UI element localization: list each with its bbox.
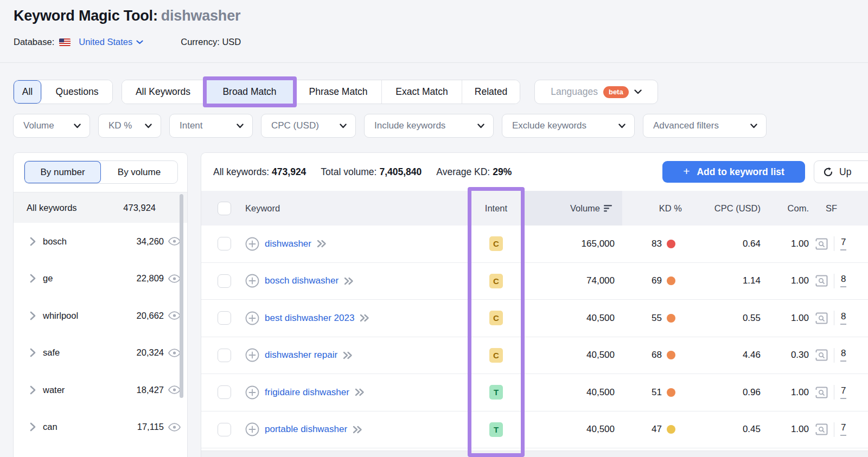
serp-features-icon[interactable] (815, 423, 828, 435)
serp-features-icon[interactable] (815, 238, 828, 250)
tab-exact-match[interactable]: Exact Match (382, 80, 462, 104)
sf-count[interactable]: 8 (840, 274, 846, 287)
serp-features-icon[interactable] (815, 312, 828, 324)
sf-count[interactable]: 8 (840, 349, 846, 362)
tab-all-keywords[interactable]: All Keywords (122, 80, 205, 104)
eye-icon[interactable] (168, 385, 181, 394)
all-keywords-label: All keywords (27, 203, 77, 213)
keyword-link[interactable]: dishwasher repair (265, 350, 337, 361)
filter-dropdown[interactable]: Intent (169, 114, 253, 138)
keyword-link[interactable]: dishwasher (265, 239, 311, 249)
filter-dropdown[interactable]: Include keywords (364, 114, 494, 138)
plus-circle-icon[interactable] (245, 385, 259, 400)
double-chevron-right-icon[interactable] (353, 426, 363, 434)
intent-badge: C (489, 274, 503, 288)
double-chevron-right-icon[interactable] (343, 351, 353, 359)
plus-circle-icon[interactable] (245, 237, 259, 251)
eye-icon[interactable] (168, 237, 181, 246)
sidebar-scrollbar[interactable] (180, 194, 183, 398)
tab-broad-match[interactable]: Broad Match (205, 80, 295, 104)
chevron-down-icon (237, 124, 244, 128)
keyword-link[interactable]: frigidaire dishwasher (265, 387, 349, 398)
double-chevron-right-icon[interactable] (317, 240, 327, 248)
tab-all[interactable]: All (14, 80, 42, 104)
plus-circle-icon[interactable] (245, 274, 259, 288)
column-header-sf[interactable]: SF (811, 191, 868, 226)
list-item[interactable]: can 17,115 (14, 409, 187, 446)
by-number-toggle[interactable]: By number (24, 161, 101, 183)
group-label: bosch (43, 236, 67, 247)
database-selector[interactable]: United States (59, 37, 143, 47)
by-volume-toggle[interactable]: By volume (101, 161, 177, 183)
list-item[interactable]: water 18,427 (14, 371, 187, 409)
column-header-intent[interactable]: Intent (468, 191, 525, 226)
row-checkbox[interactable] (218, 274, 231, 288)
keyword-link[interactable]: best dishwasher 2023 (265, 313, 354, 324)
table-row: portable dishwasher T 40,500 47 0.45 1.0… (201, 411, 868, 449)
list-item[interactable]: ge 22,809 (14, 260, 187, 298)
kd-value: 68 (652, 350, 662, 361)
chevron-down-icon (340, 124, 347, 128)
group-list: bosch 34,260 ge 22,809 whirlpool 20,662 … (14, 223, 187, 446)
select-all-checkbox[interactable] (218, 202, 231, 215)
tab-related[interactable]: Related (462, 80, 520, 104)
intent-badge: C (489, 311, 503, 325)
column-header-com[interactable]: Com. (765, 191, 811, 226)
plus-circle-icon[interactable] (245, 311, 259, 325)
chevron-down-icon (618, 124, 626, 128)
filter-dropdown[interactable]: KD % (98, 114, 161, 138)
list-item[interactable]: bosch 34,260 (14, 223, 187, 260)
chevron-right-icon (30, 422, 36, 432)
chevron-right-icon (30, 385, 36, 395)
sf-divider (834, 311, 834, 325)
double-chevron-right-icon[interactable] (344, 277, 354, 285)
sf-count[interactable]: 7 (840, 423, 846, 436)
tab-phrase-match[interactable]: Phrase Match (295, 80, 382, 104)
plus-icon: + (683, 165, 690, 178)
column-header-keyword[interactable]: Keyword (235, 191, 468, 226)
eye-icon[interactable] (168, 423, 181, 432)
row-checkbox[interactable] (218, 311, 231, 325)
table-header: Keyword Intent Volume KD % CPC (USD) Com… (201, 191, 868, 226)
cpc-value: 0.96 (686, 374, 765, 411)
plus-circle-icon[interactable] (245, 348, 259, 362)
keyword-link[interactable]: portable dishwasher (265, 424, 347, 435)
row-checkbox[interactable] (218, 237, 231, 250)
languages-dropdown[interactable]: Languages beta (534, 80, 658, 104)
all-keywords-row[interactable]: All keywords 473,924 (14, 192, 187, 223)
table-row: frigidaire dishwasher T 40,500 51 0.96 1… (201, 374, 868, 411)
update-button[interactable]: Up (814, 160, 868, 183)
sf-divider (834, 236, 834, 251)
row-checkbox[interactable] (218, 349, 231, 362)
eye-icon[interactable] (168, 274, 181, 283)
sf-count[interactable]: 8 (840, 312, 846, 325)
row-checkbox[interactable] (218, 423, 231, 436)
sf-count[interactable]: 7 (840, 386, 846, 399)
filter-dropdown[interactable]: Exclude keywords (502, 114, 635, 138)
sf-count[interactable]: 7 (840, 237, 846, 250)
list-item[interactable]: whirlpool 20,662 (14, 297, 187, 334)
column-header-kd[interactable]: KD % (622, 191, 686, 226)
serp-features-icon[interactable] (815, 387, 828, 398)
eye-icon[interactable] (168, 311, 181, 320)
double-chevron-right-icon[interactable] (360, 314, 370, 322)
column-header-cpc[interactable]: CPC (USD) (686, 191, 765, 226)
tab-questions[interactable]: Questions (42, 80, 112, 104)
column-header-volume[interactable]: Volume (525, 191, 622, 226)
group-count: 17,115 (137, 422, 164, 432)
filter-dropdown[interactable]: Advanced filters (643, 114, 767, 138)
group-label: whirlpool (43, 311, 78, 321)
filter-dropdown[interactable]: CPC (USD) (261, 114, 356, 138)
eye-icon[interactable] (168, 349, 181, 357)
add-to-keyword-list-button[interactable]: + Add to keyword list (662, 161, 805, 183)
serp-features-icon[interactable] (815, 275, 828, 287)
results-table-card: All keywords:473,924 Total volume:7,405,… (201, 152, 868, 457)
filter-dropdown[interactable]: Volume (13, 114, 90, 138)
list-item[interactable]: safe 20,324 (14, 334, 187, 372)
serp-features-icon[interactable] (815, 349, 828, 361)
row-checkbox[interactable] (218, 385, 231, 399)
volume-value: 40,500 (525, 300, 622, 337)
keyword-link[interactable]: bosch dishwasher (265, 275, 339, 286)
plus-circle-icon[interactable] (245, 422, 259, 436)
double-chevron-right-icon[interactable] (355, 388, 365, 396)
